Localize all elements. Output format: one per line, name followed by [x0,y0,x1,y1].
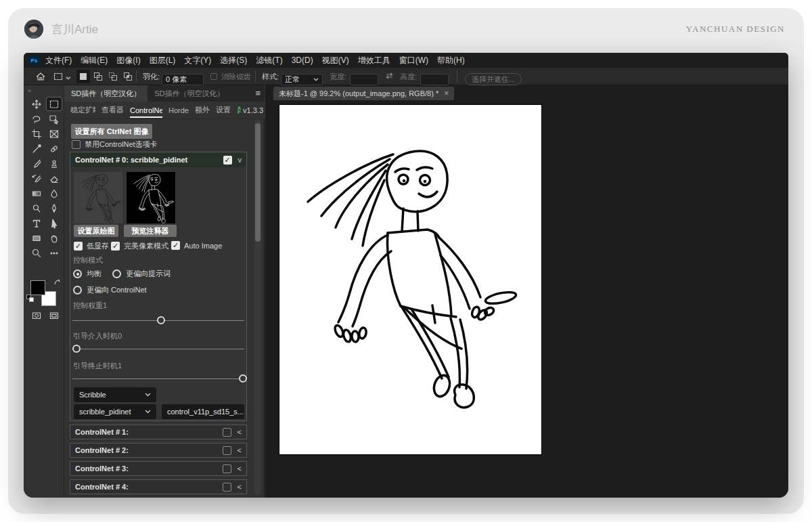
controlnet-2-checkbox[interactable] [223,446,231,455]
move-tool-icon[interactable] [29,97,44,110]
controlnet-4-checkbox[interactable] [223,483,231,492]
source-image-thumbnail[interactable] [74,172,122,223]
preview-annotator-button[interactable]: 预览注释器 [124,225,177,237]
menu-help[interactable]: 帮助(H) [437,55,465,66]
swap-dimensions-icon[interactable] [385,70,394,83]
controlnet-0-collapse-icon[interactable]: v [238,156,242,164]
tab-horde[interactable]: Horde [168,106,189,114]
canvas[interactable] [279,105,541,454]
controlnet-3-checkbox[interactable] [223,464,231,473]
home-icon[interactable] [33,70,48,83]
hand-tool-icon[interactable] [47,232,62,244]
menu-file[interactable]: 文件(F) [45,55,72,66]
panel-tab-sd-plugin-active[interactable]: SD插件（明空汉化） [64,85,148,102]
auto-image-row[interactable]: ✓ Auto Image [171,241,222,250]
new-selection-icon[interactable] [76,70,90,83]
pen-tool-icon[interactable] [47,202,62,215]
mode-prompt-radio[interactable] [112,269,121,278]
type-tool-icon[interactable] [29,217,44,230]
control-weight-slider[interactable] [72,320,244,321]
add-to-selection-icon[interactable] [91,70,105,83]
controlnet-0-enabled-checkbox[interactable]: ✓ [223,156,232,165]
controlnet-3-header[interactable]: ControlNet # 3: < [70,461,247,476]
menu-plugins[interactable]: 增效工具 [358,55,390,66]
menu-type[interactable]: 文字(Y) [184,55,211,66]
clone-stamp-tool-icon[interactable] [47,157,62,170]
controlnet-2-header[interactable]: ControlNet # 2: < [70,443,247,458]
mode-prompt-option[interactable]: 更偏向提示词 [112,269,171,279]
annotator-preview-thumbnail[interactable] [127,172,175,223]
anti-alias-checkbox[interactable] [210,73,217,80]
width-input[interactable] [350,74,378,85]
menu-edit[interactable]: 编辑(E) [81,55,108,66]
model-dropdown[interactable]: control_v11p_sd15_s... [162,404,244,419]
menu-3d[interactable]: 3D(D) [292,56,313,65]
path-select-tool-icon[interactable] [47,217,62,230]
controlnet-2-expand-icon[interactable]: < [238,446,242,454]
document-tab[interactable]: 未标题-1 @ 99.2% (output_image.png, RGB/8) … [273,87,454,100]
pixel-perfect-checkbox[interactable]: ✓ [111,242,120,251]
toolbar-collapse-icon[interactable]: « [28,87,30,94]
controlnet-4-header[interactable]: ControlNet # 4: < [70,479,247,494]
history-brush-tool-icon[interactable] [29,172,44,185]
foreground-color-swatch[interactable] [30,280,45,295]
subtract-from-selection-icon[interactable] [106,70,120,83]
avatar[interactable] [24,20,43,39]
more-tools-icon[interactable] [47,246,62,259]
lasso-tool-icon[interactable] [29,112,44,125]
marquee-tool-preset-icon[interactable] [51,70,66,83]
style-select[interactable]: 正常 [281,74,323,85]
tab-stable-diffusion[interactable]: 稳定扩散 [70,105,95,115]
controlnet-4-expand-icon[interactable]: < [238,483,242,491]
panel-collapse-icon[interactable]: « [66,74,68,81]
shape-tool-icon[interactable] [29,232,44,244]
frame-tool-icon[interactable] [47,127,62,140]
crop-tool-icon[interactable] [29,127,44,140]
object-selection-tool-icon[interactable] [47,112,62,125]
menu-layer[interactable]: 图层(L) [150,55,176,66]
screen-mode-icon[interactable] [47,309,62,322]
blur-tool-icon[interactable] [47,187,62,200]
preprocessor-dropdown[interactable]: scribble_pidinet [74,404,156,419]
category-dropdown[interactable]: Scribble [74,387,156,402]
eyedropper-tool-icon[interactable] [29,142,44,155]
eraser-tool-icon[interactable] [47,172,62,185]
dodge-tool-icon[interactable] [29,202,44,215]
set-source-image-button[interactable]: 设置原始图 [74,225,118,237]
controlnet-1-header[interactable]: ControlNet # 1: < [70,425,247,439]
set-all-ctrlnet-button[interactable]: 设置所有 CtrlNet 图像 [71,124,152,139]
guidance-start-slider[interactable] [72,349,244,349]
panel-menu-icon[interactable]: ≡ [255,88,261,98]
pixel-perfect-row[interactable]: ✓ 完美像素模式 [111,241,168,251]
select-and-mask-button[interactable]: 选择并遮住... [465,73,522,85]
low-vram-row[interactable]: ✓ 低显存 [74,241,109,251]
gradient-tool-icon[interactable] [29,187,44,200]
marquee-tool-icon[interactable] [47,97,62,110]
menu-image[interactable]: 图像(I) [116,55,140,66]
mode-balanced-radio[interactable] [73,269,82,278]
controlnet-3-expand-icon[interactable]: < [238,464,242,473]
healing-brush-tool-icon[interactable] [47,142,62,155]
guidance-end-slider[interactable] [72,378,244,379]
mode-balanced-option[interactable]: 均衡 [73,269,102,279]
quick-mask-icon[interactable] [29,309,44,322]
tab-viewer[interactable]: 查看器 [102,105,124,115]
auto-image-checkbox[interactable]: ✓ [171,241,180,250]
guidance-start-thumb[interactable] [72,345,81,353]
mode-controlnet-option[interactable]: 更偏向 ControlNet [73,285,147,295]
controlnet-0-header[interactable]: ControlNet # 0: scribble_pidinet ✓ v [70,152,246,167]
controlnet-1-expand-icon[interactable]: < [238,428,242,436]
panel-scrollbar[interactable] [254,119,261,495]
tab-settings[interactable]: 设置 [216,105,231,115]
guidance-end-thumb[interactable] [239,374,247,383]
control-weight-thumb[interactable] [157,316,165,324]
disable-controlnet-checkbox[interactable] [72,140,81,149]
panel-tab-sd-plugin-inactive[interactable]: SD插件（明空汉化） [148,85,231,102]
panel-scrollbar-thumb[interactable] [255,123,261,242]
menu-view[interactable]: 视图(V) [322,55,349,66]
document-close-icon[interactable]: × [444,89,449,98]
menu-window[interactable]: 窗口(W) [399,55,428,66]
zoom-tool-icon[interactable] [29,246,44,259]
low-vram-checkbox[interactable]: ✓ [74,242,83,251]
feather-input[interactable]: 0 像素 [162,74,204,85]
